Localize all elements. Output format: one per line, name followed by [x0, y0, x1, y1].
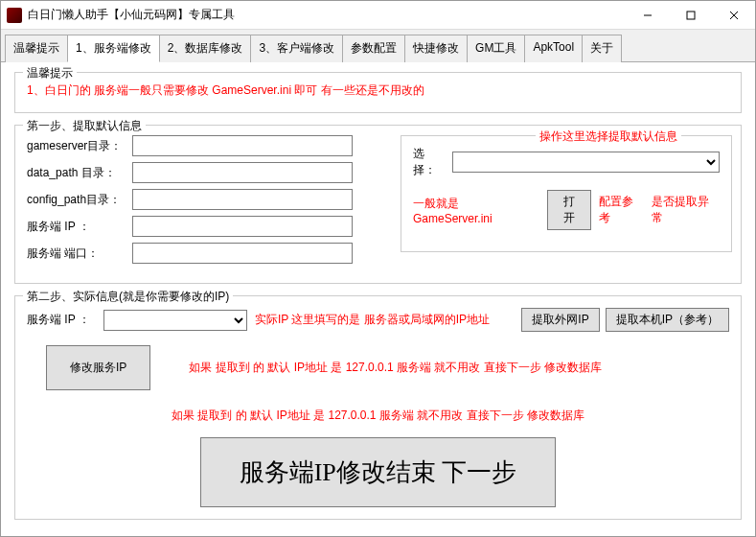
minimize-button[interactable] — [626, 1, 669, 30]
hint-group: 温馨提示 1、白日门的 服务端一般只需要修改 GameServer.ini 即可… — [14, 72, 742, 113]
tab-db-modify[interactable]: 2、数据库修改 — [159, 35, 252, 62]
step2-note1: 如果 提取到 的 默认 IP地址 是 127.0.0.1 服务端 就不用改 直接… — [189, 360, 602, 376]
serverport-label: 服务端 端口： — [27, 245, 132, 262]
step1-right-box: 操作这里选择提取默认信息 选择： 一般就是 GameServer.ini 打开 … — [401, 135, 732, 252]
configpath-label: config_path目录： — [27, 192, 132, 208]
step2-note2: 如果 提取到 的 默认 IP地址 是 127.0.0.1 服务端 就不用改 直接… — [27, 408, 729, 424]
step1-left: gameserver目录： data_path 目录： config_path目… — [27, 135, 372, 269]
tab-param-config[interactable]: 参数配置 — [342, 35, 405, 62]
open-button[interactable]: 打开 — [547, 190, 591, 230]
serverip-input[interactable] — [132, 216, 353, 237]
hint-text: 1、白日门的 服务端一般只需要修改 GameServer.ini 即可 有一些还… — [27, 82, 729, 99]
gameserver-label: gameserver目录： — [27, 138, 132, 154]
select-label: 选择： — [413, 146, 447, 178]
tab-apktool[interactable]: ApkTool — [524, 35, 583, 62]
configpath-input[interactable] — [132, 189, 353, 210]
titlebar-left: 白日门懒人助手【小仙元码网】专属工具 — [7, 7, 235, 23]
get-wan-ip-button[interactable]: 提取外网IP — [521, 308, 599, 332]
tab-about[interactable]: 关于 — [582, 35, 622, 62]
datapath-label: data_path 目录： — [27, 165, 132, 181]
modify-server-ip-button[interactable]: 修改服务IP — [46, 345, 150, 390]
tab-hint[interactable]: 温馨提示 — [5, 35, 68, 62]
next-step-button[interactable]: 服务端IP修改结束 下一步 — [200, 437, 557, 507]
svg-rect-1 — [687, 12, 695, 19]
step1-legend: 第一步、提取默认信息 — [23, 118, 146, 134]
app-icon — [7, 8, 22, 23]
gameserver-input[interactable] — [132, 135, 353, 156]
datapath-input[interactable] — [132, 162, 353, 183]
serverip-label: 服务端 IP ： — [27, 219, 132, 235]
window-title: 白日门懒人助手【小仙元码网】专属工具 — [28, 7, 235, 23]
tab-client-modify[interactable]: 3、客户端修改 — [250, 35, 343, 62]
select-ini[interactable] — [452, 152, 720, 173]
ini-prefix: 一般就是 GameServer.ini — [413, 196, 539, 225]
get-local-ip-button[interactable]: 提取本机IP（参考） — [606, 308, 729, 332]
tab-quick-modify[interactable]: 快捷修改 — [404, 35, 468, 62]
step1-group: 第一步、提取默认信息 gameserver目录： data_path 目录： c… — [14, 125, 742, 284]
maximize-button[interactable] — [669, 1, 712, 30]
real-ip-note: 实际IP 这里填写的是 服务器或局域网的IP地址 — [255, 312, 521, 328]
ini-suffix: 是否提取异常 — [652, 194, 720, 226]
close-button[interactable] — [712, 1, 755, 30]
step2-serverip-label: 服务端 IP ： — [27, 312, 103, 328]
step2-serverip-select[interactable] — [103, 310, 247, 331]
serverport-input[interactable] — [132, 243, 353, 264]
tab-strip: 温馨提示 1、服务端修改 2、数据库修改 3、客户端修改 参数配置 快捷修改 G… — [1, 30, 755, 62]
hint-legend: 温馨提示 — [23, 65, 77, 82]
tab-gm-tool[interactable]: GM工具 — [467, 35, 525, 62]
ini-mid: 配置参考 — [599, 194, 644, 226]
tab-server-modify[interactable]: 1、服务端修改 — [67, 35, 160, 62]
step1-right-legend: 操作这里选择提取默认信息 — [536, 128, 681, 145]
window-controls — [626, 1, 755, 30]
tab-content: 温馨提示 1、白日门的 服务端一般只需要修改 GameServer.ini 即可… — [1, 62, 755, 529]
step1-right: 操作这里选择提取默认信息 选择： 一般就是 GameServer.ini 打开 … — [401, 135, 732, 269]
step2-legend: 第二步、实际信息(就是你需要修改的IP) — [23, 289, 233, 305]
titlebar: 白日门懒人助手【小仙元码网】专属工具 — [1, 1, 755, 30]
step2-group: 第二步、实际信息(就是你需要修改的IP) 服务端 IP ： 实际IP 这里填写的… — [14, 295, 742, 520]
